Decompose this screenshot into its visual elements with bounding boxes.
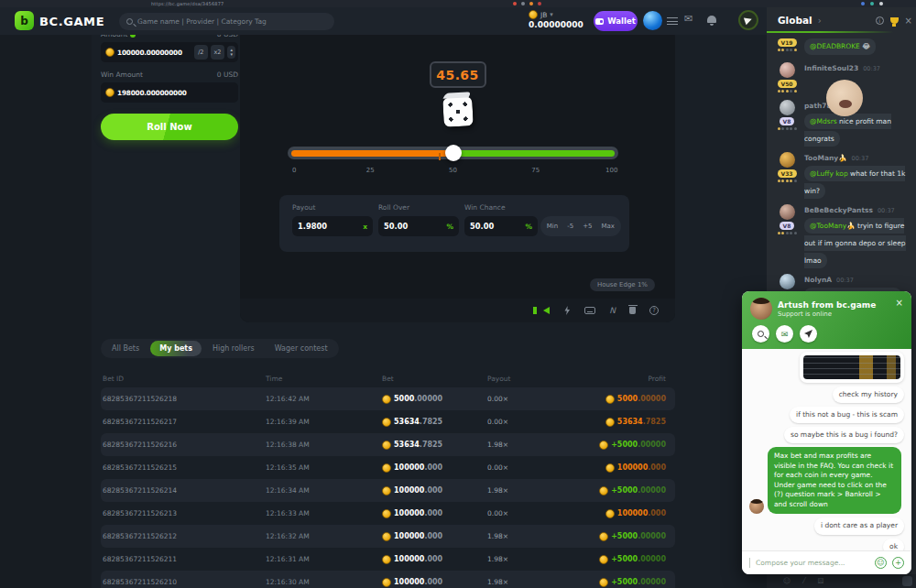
table-row[interactable]: 68285367211526217 12:16:39 AM 53634.7825…: [101, 410, 675, 433]
table-row[interactable]: 68285367211526218 12:16:42 AM 5000.00000…: [101, 387, 675, 410]
win-chance-input[interactable]: 50.00 %: [464, 216, 538, 236]
chat-username[interactable]: NolynA: [804, 276, 832, 284]
support-search-button[interactable]: [752, 325, 769, 343]
support-mail-button[interactable]: ✉: [776, 325, 793, 343]
scroll-bottom-button[interactable]: [902, 576, 912, 586]
trophy-icon[interactable]: [890, 17, 899, 24]
table-row[interactable]: 68285367211526210 12:16:30 AM 100000.000…: [101, 571, 675, 588]
bets-tabs: All Bets My bets High rollers Wager cont…: [101, 339, 339, 358]
wallet-label: Wallet: [607, 16, 635, 26]
search-icon: [758, 331, 764, 337]
result-tick: [439, 153, 441, 160]
tab-wager-contest[interactable]: Wager contest: [266, 341, 337, 356]
table-row[interactable]: 68285367211526213 12:16:33 AM 100000.000…: [101, 502, 675, 525]
payout-unit: x: [363, 223, 367, 231]
table-row[interactable]: 68285367211526215 12:16:35 AM 100000.000…: [101, 456, 675, 479]
attached-screenshot[interactable]: [800, 352, 904, 383]
promo-icon[interactable]: [738, 10, 758, 30]
browser-ext-icon: [513, 2, 517, 5]
col-bet-id: Bet ID: [103, 375, 266, 383]
bell-icon[interactable]: [707, 16, 716, 23]
coin-icon: [605, 395, 615, 404]
brand-logo-icon[interactable]: b: [15, 11, 34, 30]
avatar[interactable]: [780, 62, 795, 78]
game-search-input[interactable]: Game name | Provider | Category Tag: [119, 13, 334, 30]
mail-icon[interactable]: ✉: [684, 13, 692, 25]
roll-slider[interactable]: [288, 147, 618, 159]
medal-dots: [778, 90, 797, 93]
turbo-icon[interactable]: [563, 306, 571, 315]
max-button[interactable]: Max: [597, 223, 619, 230]
hotkeys-icon[interactable]: [584, 307, 595, 314]
half-bet-button[interactable]: /2: [194, 45, 207, 60]
chat-username[interactable]: TooMany🍌: [804, 154, 847, 162]
volume-icon[interactable]: [543, 307, 550, 314]
slider-handle[interactable]: [445, 145, 462, 161]
tick-label: 25: [366, 167, 375, 174]
coin-icon: [382, 532, 391, 541]
table-row[interactable]: 68285367211526216 12:16:38 AM 53634.7825…: [101, 433, 675, 456]
rain-icon[interactable]: ⁄: [803, 577, 804, 585]
avatar[interactable]: [780, 204, 795, 220]
table-row[interactable]: 68285367211526211 12:16:31 AM 100000.000…: [101, 548, 675, 571]
support-user-message: check my history: [833, 387, 904, 403]
browser-ext-icon: [521, 2, 525, 5]
table-row[interactable]: 68285367211526214 12:16:34 AM 100000.000…: [101, 479, 675, 502]
support-agent-name: Artush from bc.game: [778, 300, 876, 310]
coin-icon: [382, 418, 391, 427]
dice-game-panel: 45.65 0 25 50 75 100 Payout 1.9800 x Rol…: [240, 27, 675, 322]
chat-username[interactable]: BeBeBeckyPantss: [804, 206, 873, 214]
emoji-icon[interactable]: ☺: [783, 577, 791, 585]
clear-icon[interactable]: [629, 307, 636, 314]
support-close-icon[interactable]: ×: [896, 298, 903, 308]
dice-icon[interactable]: ⚄: [818, 577, 824, 585]
avatar[interactable]: [780, 100, 795, 115]
plus-5-button[interactable]: +5: [578, 223, 596, 230]
support-user-message: i dont care as a player: [814, 517, 904, 534]
avatar[interactable]: [780, 152, 795, 168]
tab-high-rollers[interactable]: High rollers: [203, 341, 264, 356]
min-button[interactable]: Min: [542, 223, 562, 230]
menu-lines-icon[interactable]: [667, 17, 678, 25]
roll-result: 45.65: [430, 61, 486, 88]
col-profit: Profit: [648, 375, 666, 383]
bet-amount-input[interactable]: 100000.00000000 /2 x2 ▴▾: [101, 42, 238, 62]
bet-amount-value: 100000.00000000: [117, 49, 191, 57]
chat-channel[interactable]: Global: [778, 15, 812, 26]
support-header: Artush from bc.game Support is online × …: [742, 291, 911, 349]
chat-close-icon[interactable]: ×: [905, 16, 912, 26]
medal-dots: [778, 49, 797, 51]
roll-over-label: Roll Over: [378, 203, 459, 212]
support-composer[interactable]: Compose your message... ☺ +: [742, 550, 911, 574]
emoji-picker-icon[interactable]: ☺: [875, 557, 887, 569]
amount-stepper[interactable]: ▴▾: [227, 46, 235, 59]
chat-username[interactable]: InfiniteSoul23: [804, 64, 858, 72]
balance-amount: 0.00000000: [529, 20, 583, 29]
user-avatar[interactable]: [643, 11, 662, 30]
double-bet-button[interactable]: x2: [211, 45, 225, 60]
wallet-button[interactable]: Wallet: [594, 11, 638, 31]
win-amount-input[interactable]: 198000.000000000: [101, 82, 238, 103]
coin-icon: [599, 578, 608, 587]
table-row[interactable]: 68285367211526212 12:16:32 AM 100000.000…: [101, 525, 675, 548]
roll-now-button[interactable]: Roll Now: [101, 114, 238, 140]
browser-ext-icon: [538, 2, 541, 5]
avatar[interactable]: [780, 274, 795, 289]
roll-over-input[interactable]: 50.00 %: [378, 216, 459, 236]
minus-5-button[interactable]: -5: [562, 223, 578, 230]
attachment-icon[interactable]: +: [892, 557, 904, 569]
payout-input[interactable]: 1.9800 x: [292, 216, 373, 236]
help-icon[interactable]: ?: [649, 306, 659, 315]
support-send-button[interactable]: [800, 325, 817, 343]
tab-all-bets[interactable]: All Bets: [103, 341, 148, 356]
tab-my-bets[interactable]: My bets: [150, 341, 202, 356]
game-toolbar: N ?: [240, 299, 675, 322]
slider-scale: 0 25 50 75 100: [288, 167, 618, 176]
wallet-icon: [595, 18, 604, 25]
balance-selector[interactable]: JB ▾ 0.00000000: [529, 10, 583, 29]
chat-info-icon[interactable]: i: [876, 16, 884, 25]
brand-name[interactable]: BC.GAME: [39, 15, 104, 28]
currency-ticker: JB: [540, 11, 547, 19]
trends-icon[interactable]: N: [609, 306, 616, 315]
chevron-right-icon[interactable]: ›: [818, 16, 822, 26]
